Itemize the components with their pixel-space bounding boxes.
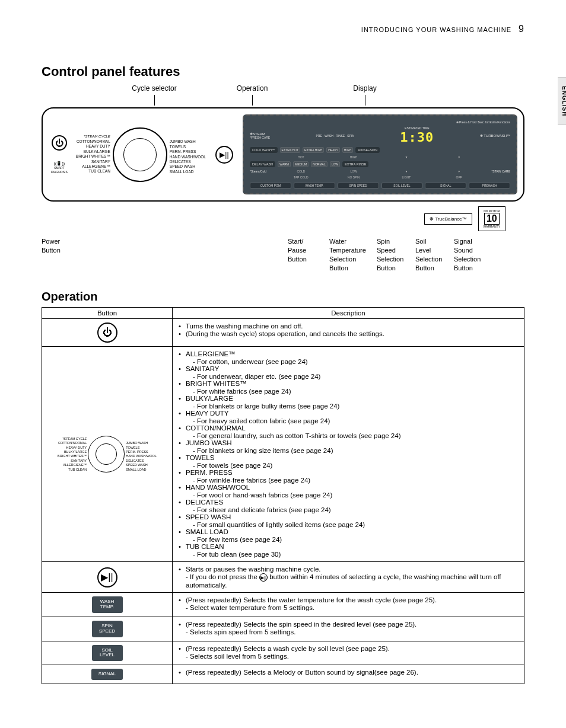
start-pause-button-icon: ▶|| [97,567,117,587]
col-button: Button [42,308,173,319]
steam-cycle-label: *STEAM CYCLE [76,135,110,139]
operation-table: Button Description ⏻ Turns the washing m… [42,307,524,684]
cold-wash-button: COLD WASH™ [250,147,278,153]
callout-water: Water Temperature Selection Button [329,237,377,272]
cycle-selector: *STEAM CYCLE COTTON/NORMAL HEAVY DUTY BU… [76,127,206,182]
control-panel-diagram: Cycle selector Operation Display ⏻ ((📱))… [42,84,524,272]
row-soil-level: SOIL LEVEL (Press repeatedly) Selects a … [42,641,524,665]
spin-speed-pill: SPIN SPEED [92,621,123,637]
heading-control-panel: Control panel features [42,64,524,79]
custom-pgm-button: CUSTOM PGM [250,183,291,189]
heading-operation: Operation [42,290,524,304]
rinse-spin-button: RINSE+SPIN [355,147,380,153]
row-cycle-selector: *STEAM CYCLE COTTON/NORMALHEAVY DUTYBULK… [42,347,524,562]
row-wash-temp: WASH TEMP. (Press repeatedly) Selects th… [42,593,524,617]
extra-rinse-button: EXTRA RINSE [342,161,368,167]
language-tab: ENGLISH [558,77,566,125]
progress-indicator: PRE · WASH · RINSE · SPIN [316,134,354,138]
spin-speed-button: SPIN SPEED [338,183,379,189]
product-badges: ❋ TrueBalance™ DD MOTOR 10 WARRANTY [424,206,505,231]
display-panel: ❋ Press & Hold 3sec. for Extra Functions… [243,114,517,194]
callout-soil: Soil Level Selection Button [415,237,454,272]
callout-power: Power Button [42,237,83,272]
time-display: 1:30 [400,130,434,145]
truebalance-badge: ❋ TrueBalance™ [424,213,472,225]
page-number: 9 [519,24,524,34]
soil-level-button: SOIL LEVEL [381,183,423,189]
row-start-pause: ▶|| Starts or pauses the washing machine… [42,562,524,593]
power-button-icon: ⏻ [97,323,117,343]
signal-pill: SIGNAL [91,669,123,680]
wash-temp-button: WASH TEMP. [294,183,335,189]
label-operation: Operation [208,84,297,92]
callout-signal: Signal Sound Selection Button [454,237,492,272]
smart-diagnosis-icon: ((📱))SMARTDIAGNOSIS [51,161,68,174]
delay-wash-button: DELAY WASH [250,161,275,167]
col-description: Description [173,308,524,319]
callout-start: Start/ Pause Button [288,237,329,272]
cycle-selector-icon: *STEAM CYCLE COTTON/NORMALHEAVY DUTYBULK… [48,436,166,472]
control-panel: ⏻ ((📱))SMARTDIAGNOSIS *STEAM CYCLE COTTO… [42,107,524,202]
prewash-button: PREWASH [469,183,510,189]
start-inline-icon: ▶|| [259,573,268,582]
dial-icon [113,127,167,182]
label-cycle-selector: Cycle selector [101,84,208,92]
callout-spin: Spin Speed Selection Button [377,237,415,272]
turbowash-indicator: ❋ TURBOWASH™ [480,133,510,138]
hold-note: ❋ Press & Hold 3sec. for Extra Functions [250,120,510,124]
row-power: ⏻ Turns the washing machine on and off. … [42,319,524,347]
signal-button: SIGNAL [425,183,466,189]
section-title: INTRODUCING YOUR WASHING MACHINE [361,26,511,33]
warranty-badge: DD MOTOR 10 WARRANTY [478,206,505,231]
steam-indicator: ❋STEAM [250,132,270,136]
power-icon: ⏻ [52,135,67,151]
page-header: INTRODUCING YOUR WASHING MACHINE 9 [42,24,524,34]
wash-temp-pill: WASH TEMP. [92,596,123,613]
label-display: Display [297,84,433,92]
row-spin-speed: SPIN SPEED (Press repeatedly) Selects th… [42,617,524,641]
row-signal: SIGNAL (Press repeatedly) Selects a Melo… [42,665,524,684]
soil-level-pill: SOIL LEVEL [92,645,123,662]
start-pause-icon: ▶|| [215,146,233,164]
